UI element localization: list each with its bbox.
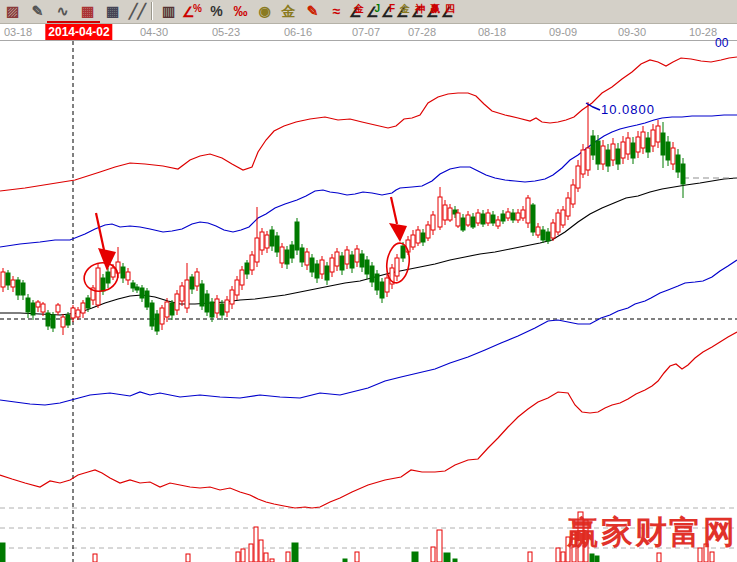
selected-date-label: 2014-04-02 bbox=[45, 24, 112, 40]
brush-tool[interactable]: ✎ bbox=[302, 1, 323, 21]
wave-a-tool[interactable]: ≈ bbox=[326, 1, 347, 21]
date-label: 03-18 bbox=[4, 26, 32, 38]
watermark-text: 赢家财富网 bbox=[567, 511, 737, 555]
f-diagonal-tool[interactable]: ∠F bbox=[381, 1, 396, 21]
band-lower-red bbox=[0, 332, 737, 508]
date-label: 06-16 bbox=[284, 26, 312, 38]
shen-diagonal-tool[interactable]: ∠神 bbox=[411, 1, 426, 21]
chart-svg bbox=[0, 41, 737, 562]
percent-lines-tool[interactable]: ‰ bbox=[230, 1, 251, 21]
date-label: 08-18 bbox=[478, 26, 506, 38]
zigzag-wave-tool[interactable]: ∿ bbox=[52, 1, 73, 21]
date-label: 05-23 bbox=[212, 26, 240, 38]
band-lower-blue bbox=[0, 260, 737, 405]
percent-tool[interactable]: % bbox=[206, 1, 227, 21]
date-label: 09-30 bbox=[618, 26, 646, 38]
date-label: 07-28 bbox=[408, 26, 436, 38]
jin-diagonal-tool[interactable]: ∠金 bbox=[396, 1, 411, 21]
pencil-lines-tool[interactable]: ✎ bbox=[27, 1, 48, 21]
active-tool-underline bbox=[47, 21, 100, 23]
ying-diagonal-tool[interactable]: ∠赢 bbox=[426, 1, 441, 21]
date-label: 09-09 bbox=[549, 26, 577, 38]
corner-partial-price: 00 bbox=[715, 36, 728, 50]
down-arrow-annotation bbox=[389, 223, 407, 242]
date-label: 04-30 bbox=[140, 26, 168, 38]
parallel-lines-tool[interactable]: ╱╱ bbox=[127, 1, 148, 21]
hatch-flag-tool[interactable]: ▨ bbox=[2, 1, 23, 21]
gold-coin-tool[interactable]: ◉ bbox=[254, 1, 275, 21]
date-label: 10-28 bbox=[689, 26, 717, 38]
grid-red-tool[interactable]: ▦ bbox=[77, 1, 98, 21]
percent-diagonal-tool[interactable]: ∠% bbox=[182, 1, 203, 21]
grid-arrow-tool[interactable]: ▦ bbox=[102, 1, 123, 21]
toolbar-separator bbox=[151, 2, 152, 20]
band-upper-red bbox=[0, 57, 737, 191]
app-window: { "colors":{ "up":"#e60000","down":"#007… bbox=[0, 0, 737, 562]
j-diagonal-tool[interactable]: ∠J bbox=[366, 1, 381, 21]
band-mid-black bbox=[0, 178, 737, 315]
price-flag-label: 10.0800 bbox=[601, 102, 655, 117]
toolbar: ▨✎∿▦▦╱╱▥∠%%‰◉金✎≈∠金∠J∠F∠金∠神∠赢∠四 bbox=[0, 0, 737, 24]
chart-canvas[interactable] bbox=[0, 41, 737, 562]
date-label: 07-07 bbox=[352, 26, 380, 38]
price-scale-tool[interactable]: ▥ bbox=[158, 1, 179, 21]
gold-ma-tool[interactable]: 金 bbox=[278, 1, 299, 21]
gold-diagonal-tool[interactable]: ∠金 bbox=[349, 1, 365, 21]
si-diagonal-tool[interactable]: ∠四 bbox=[441, 1, 456, 21]
date-axis: 03-182014-04-0204-3005-2306-1607-0707-28… bbox=[0, 24, 737, 41]
band-upper-blue bbox=[0, 115, 737, 247]
